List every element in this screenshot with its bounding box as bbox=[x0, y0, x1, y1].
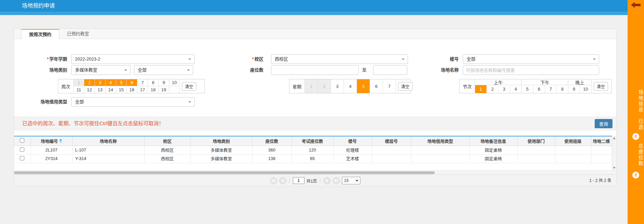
week-cell-15[interactable]: 15 bbox=[116, 86, 127, 93]
borrow-type-select[interactable]: 全部 bbox=[71, 97, 195, 107]
week-cell-8[interactable]: 8 bbox=[148, 79, 159, 86]
row-checkbox[interactable] bbox=[20, 156, 24, 160]
first-page-button[interactable] bbox=[270, 177, 277, 184]
main-panel: 按周次预约 已预约教室 *学年学期 2022-2023-2 *校区 西校区 楼号… bbox=[14, 29, 617, 186]
tab-reserved-rooms[interactable]: 已预约教室 bbox=[59, 29, 97, 39]
selector-row: 周次 12345678910111213141516171819 清空 星期 1… bbox=[14, 79, 616, 93]
week-cell-5[interactable]: 5 bbox=[116, 79, 127, 86]
period-cell-3[interactable]: 3 bbox=[498, 85, 510, 93]
period-cell-8[interactable]: 8 bbox=[557, 85, 568, 93]
table-row-0[interactable]: 2L107L-107西校区多媒体教室360120伦理楼固定桌椅 bbox=[14, 146, 612, 154]
weekday-cell-3[interactable]: 3 bbox=[331, 79, 344, 93]
period-cell-2[interactable]: 2 bbox=[487, 85, 498, 93]
column-label: 场地类别 bbox=[213, 138, 230, 144]
table-row-1[interactable]: 2Y314Y-314西校区多媒体教室13865艺术楼固定桌椅 bbox=[14, 154, 612, 163]
cell-1-10 bbox=[517, 154, 555, 163]
chevron-down-icon bbox=[187, 69, 190, 71]
week-cell-2[interactable]: 2 bbox=[84, 79, 95, 86]
select-all-checkbox[interactable] bbox=[20, 138, 24, 143]
sort-icon[interactable] bbox=[59, 139, 62, 143]
category-secondary-select[interactable]: 全部 bbox=[134, 65, 193, 75]
week-cell-13[interactable]: 13 bbox=[95, 86, 106, 93]
period-cell-10[interactable]: 10 bbox=[580, 85, 592, 93]
cell-0-7 bbox=[372, 146, 411, 154]
column-header-11: 使用班级 bbox=[555, 136, 591, 146]
week-cell-4[interactable]: 4 bbox=[106, 79, 116, 86]
period-group-晚上: 晚上 bbox=[568, 79, 592, 85]
cell-0-6: 伦理楼 bbox=[333, 146, 372, 154]
cell-1-5: 65 bbox=[292, 154, 333, 163]
required-mark: * bbox=[47, 56, 49, 62]
cell-1-6: 艺术楼 bbox=[333, 154, 372, 163]
row-select-cell bbox=[14, 154, 30, 163]
week-cell-6[interactable]: 6 bbox=[127, 79, 137, 86]
query-button[interactable]: 查询 bbox=[595, 119, 612, 128]
chevron-down-icon bbox=[188, 58, 191, 60]
building-select[interactable]: 全部 bbox=[463, 54, 599, 64]
scroll-up-icon[interactable] bbox=[613, 137, 616, 139]
cell-1-11 bbox=[555, 154, 591, 163]
week-cell-19[interactable]: 19 bbox=[159, 86, 169, 93]
period-cell-5[interactable]: 5 bbox=[522, 85, 533, 93]
page-number-input[interactable] bbox=[293, 177, 305, 184]
weekday-cell-4[interactable]: 4 bbox=[344, 79, 357, 93]
period-cell-9[interactable]: 9 bbox=[568, 85, 580, 93]
weekday-cell-2: 2 bbox=[318, 79, 331, 93]
week-cell-14[interactable]: 14 bbox=[106, 86, 116, 93]
week-cell-7[interactable]: 7 bbox=[137, 79, 148, 86]
venue-info-sidebar: 场地信息 已选 0 总座位数 0 bbox=[628, 0, 644, 224]
row-checkbox[interactable] bbox=[20, 147, 24, 152]
week-cell-9[interactable]: 9 bbox=[159, 79, 169, 86]
week-cell-17[interactable]: 17 bbox=[137, 86, 148, 93]
column-header-3: 场地类别 bbox=[190, 136, 252, 146]
back-arrow-icon[interactable] bbox=[628, 2, 644, 8]
week-cell-18[interactable]: 18 bbox=[148, 86, 159, 93]
weekday-clear-button[interactable]: 清空 bbox=[398, 82, 412, 91]
weekday-cell-7[interactable]: 7 bbox=[383, 79, 396, 93]
column-header-7: 楼层号 bbox=[372, 136, 411, 146]
record-count-text: 1 - 2 共 2 条 bbox=[589, 175, 611, 186]
weekday-cell-6[interactable]: 6 bbox=[370, 79, 383, 93]
week-clear-button[interactable]: 清空 bbox=[182, 82, 196, 91]
weekday-grid: 1234567 bbox=[305, 79, 396, 93]
period-cell-4[interactable]: 4 bbox=[510, 85, 522, 93]
venue-name-label: 场地名称 bbox=[401, 65, 459, 75]
venue-name-input[interactable] bbox=[463, 65, 599, 75]
cell-0-4: 360 bbox=[252, 146, 292, 154]
column-header-2: 校区 bbox=[144, 136, 190, 146]
cell-0-5: 120 bbox=[292, 146, 333, 154]
column-header-0[interactable]: 场地编号 bbox=[30, 136, 72, 146]
table-header-row: 场地编号场地名称校区场地类别座位数考试座位数楼号楼层号场地借用类型场地备注信息使… bbox=[14, 136, 612, 146]
term-select[interactable]: 2022-2023-2 bbox=[71, 54, 195, 64]
category-primary-select[interactable]: 多媒体教室 bbox=[71, 65, 131, 75]
page-title: 场地预约申请 bbox=[22, 0, 55, 12]
prev-page-button[interactable] bbox=[279, 177, 286, 184]
column-label: 校区 bbox=[163, 138, 172, 144]
seats-min-input[interactable] bbox=[271, 65, 359, 75]
scroll-down-icon[interactable] bbox=[613, 167, 616, 169]
pager-divider bbox=[289, 178, 290, 183]
tab-by-week[interactable]: 按周次预约 bbox=[21, 29, 59, 39]
period-cell-6[interactable]: 6 bbox=[533, 85, 545, 93]
period-clear-button[interactable]: 清空 bbox=[594, 82, 608, 91]
next-page-button[interactable] bbox=[323, 177, 331, 184]
horizontal-scrollbar[interactable] bbox=[14, 170, 616, 174]
week-cell-16[interactable]: 16 bbox=[127, 86, 137, 93]
week-cell-10[interactable]: 10 bbox=[169, 79, 180, 86]
cell-1-2: 西校区 bbox=[144, 154, 190, 163]
page-size-select[interactable]: 15 bbox=[342, 177, 360, 184]
week-cell-11[interactable]: 11 bbox=[74, 86, 84, 93]
header-sub-bar bbox=[0, 12, 644, 15]
week-cell-12[interactable]: 12 bbox=[84, 86, 95, 93]
week-cell-3[interactable]: 3 bbox=[95, 79, 106, 86]
borrow-type-label: 场地借用类型 bbox=[14, 97, 67, 107]
period-cell-7[interactable]: 7 bbox=[545, 85, 557, 93]
vertical-scrollbar[interactable] bbox=[612, 136, 616, 170]
weekday-cell-5[interactable]: 5 bbox=[357, 79, 370, 93]
last-page-button[interactable] bbox=[333, 177, 340, 184]
tab-bar: 按周次预约 已预约教室 bbox=[14, 29, 616, 39]
period-cell-1[interactable]: 1 bbox=[475, 85, 487, 93]
campus-select[interactable]: 西校区 bbox=[271, 54, 408, 64]
scrollbar-thumb[interactable] bbox=[14, 171, 435, 174]
period-grid: 上午下午晚上12345678910 bbox=[475, 79, 592, 93]
